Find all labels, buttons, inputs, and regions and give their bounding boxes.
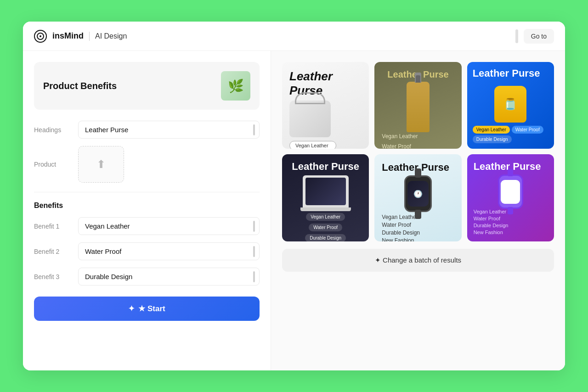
scroll-handle-benefit3 [253, 271, 255, 282]
watch-screen: 🕐 [407, 181, 429, 207]
product-upload-area[interactable]: ⬆ [78, 146, 124, 183]
card-3-badge-2: Water Proof [512, 126, 543, 134]
headings-input[interactable] [78, 121, 260, 139]
card-5-image-area: 🕐 [382, 175, 454, 212]
card-4-badge-2: Water Proof [309, 224, 342, 231]
card-6-benefit-4: New Fashion [474, 230, 548, 235]
product-field-row: Product ⬆ [34, 146, 260, 183]
card-2-benefits: Vegan Leather Water Proof Durable Design [382, 132, 454, 149]
card-2-benefit-1: Vegan Leather [382, 132, 454, 140]
logo-icon [34, 30, 47, 43]
benefit-3-input-wrapper [78, 268, 260, 286]
benefit-3-input[interactable] [78, 268, 260, 286]
benefit-1-input-wrapper [78, 217, 260, 235]
card-4-badges: Vegan Leather Water Proof Durable Design [288, 213, 362, 241]
benefits-section-title: Benefits [34, 202, 260, 210]
honey-jar-illustration: 🫙 [494, 86, 526, 123]
result-card-4[interactable]: Leather Purse Vegan Leather Water Proof … [282, 154, 369, 241]
card-3-badges: Vegan Leather Water Proof Durable Design [473, 126, 548, 143]
benefit-2-label: Benefit 2 [34, 248, 71, 255]
purse-1-illustration [289, 101, 331, 137]
card-1-badge-1: Vegan Leather [289, 141, 336, 149]
product-benefits-card: Product Benefits 🌿 [34, 62, 260, 110]
sidebar: Product Benefits 🌿 Headings Product ⬆ [23, 51, 271, 370]
product-benefits-thumbnail: 🌿 [221, 71, 250, 101]
card-4-badge-1: Vegan Leather [306, 213, 345, 221]
scroll-handle-headings [253, 124, 255, 135]
start-button[interactable]: ✦ ★ Start [34, 297, 260, 321]
section-divider [34, 192, 260, 192]
laptop-illustration [300, 175, 351, 211]
result-card-3[interactable]: Leather Purse 🫙 Vegan Leather Water Proo… [467, 62, 554, 149]
purple-watch-illustration [498, 174, 523, 209]
start-icon: ✦ [128, 304, 135, 314]
brand-name: insMind [52, 31, 84, 41]
benefit-2-input[interactable] [78, 242, 260, 260]
watch-shape-illustration: 🕐 [404, 175, 432, 212]
card-3-badge-1: Vegan Leather [473, 126, 510, 134]
card-6-image-area [474, 174, 548, 209]
header-divider [89, 32, 90, 41]
card-5-benefit-3: Durable Design [382, 230, 454, 236]
header-right: Go to [515, 29, 554, 44]
card-3-badge-3: Durable Design [473, 135, 512, 143]
headings-input-wrapper [78, 121, 260, 139]
start-label: ★ Start [138, 304, 165, 314]
card-6-benefit-3: Durable Design [474, 223, 548, 228]
product-benefits-title: Product Benefits [43, 81, 117, 91]
card-4-title: Leather Purse [288, 161, 362, 173]
card-6-benefit-2: Water Proof [474, 216, 548, 221]
header: insMind AI Design Go to [23, 22, 565, 51]
goto-button[interactable]: Go to [524, 29, 554, 44]
change-batch-button[interactable]: ✦ Change a batch of results [282, 249, 554, 272]
benefit-2-input-wrapper [78, 242, 260, 260]
benefit-3-label: Benefit 3 [34, 273, 71, 280]
headings-label: Headings [34, 126, 71, 134]
svg-point-2 [40, 35, 41, 37]
headings-field: Headings [34, 121, 260, 139]
card-3-title: Leather Purse [473, 67, 548, 79]
card-3-image-area: 🫙 [473, 82, 548, 126]
benefit-1-label: Benefit 1 [34, 223, 71, 230]
result-card-2[interactable]: Leather Purse Vegan Leather Water Proof … [374, 62, 461, 149]
purple-watch-face [501, 180, 520, 204]
scroll-handle-benefit1 [253, 221, 255, 232]
result-card-5[interactable]: Leather Purse 🕐 Vegan Leather Water Proo… [374, 154, 461, 241]
result-card-6[interactable]: Leather Purse Vegan Leather Water Proof … [467, 154, 554, 241]
benefit-2-field: Benefit 2 [34, 242, 260, 260]
result-card-1[interactable]: Leather Purse Vegan Leather Water Proof … [282, 62, 369, 149]
oil-bottle-illustration [407, 82, 430, 132]
upload-icon: ⬆ [96, 158, 106, 171]
app-window: insMind AI Design Go to Product Benefits… [23, 22, 565, 370]
card-1-image-area [289, 101, 331, 137]
benefit-1-input[interactable] [78, 217, 260, 235]
card-4-image-area [288, 175, 362, 211]
laptop-shape [303, 175, 349, 207]
separator-dot [515, 29, 518, 43]
laptop-base [300, 207, 351, 211]
card-4-badge-3: Durable Design [305, 234, 346, 241]
card-2-image-area [382, 82, 454, 132]
results-panel: Leather Purse Vegan Leather Water Proof … [271, 51, 565, 370]
scroll-handle-benefit2 [253, 246, 255, 257]
laptop-screen [305, 178, 346, 205]
main-content: Product Benefits 🌿 Headings Product ⬆ [23, 51, 565, 370]
ai-design-label: AI Design [95, 32, 127, 40]
results-grid: Leather Purse Vegan Leather Water Proof … [282, 62, 554, 241]
card-2-benefit-2: Water Proof [382, 142, 454, 149]
benefit-3-field: Benefit 3 [34, 268, 260, 286]
benefit-1-field: Benefit 1 [34, 217, 260, 235]
header-left: insMind AI Design [34, 30, 127, 43]
product-label: Product [34, 161, 71, 168]
card-1-badge-row: Vegan Leather Water Proof Durable Design [289, 141, 336, 149]
card-5-benefit-4: New Fashion [382, 237, 454, 241]
card-5-benefit-2: Water Proof [382, 222, 454, 228]
